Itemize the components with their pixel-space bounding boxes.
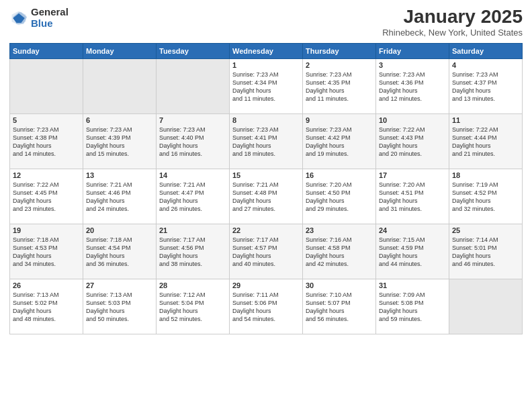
day-number: 23 [306, 226, 373, 234]
calendar-cell [157, 58, 230, 113]
calendar-cell: 5 Sunrise: 7:23 AMSunset: 4:38 PMDayligh… [10, 113, 83, 169]
calendar-cell: 6 Sunrise: 7:23 AMSunset: 4:39 PMDayligh… [83, 113, 157, 169]
cell-content: Sunrise: 7:22 AMSunset: 4:45 PMDaylight … [13, 181, 80, 214]
calendar-cell: 31 Sunrise: 7:09 AMSunset: 5:08 PMDaylig… [376, 279, 449, 334]
calendar-cell: 20 Sunrise: 7:18 AMSunset: 4:54 PMDaylig… [83, 224, 157, 279]
day-number: 24 [379, 226, 446, 234]
calendar-cell: 15 Sunrise: 7:21 AMSunset: 4:48 PMDaylig… [230, 169, 303, 224]
logo: General Blue [9, 7, 69, 29]
day-number: 18 [452, 171, 519, 179]
calendar-body: 1 Sunrise: 7:23 AMSunset: 4:34 PMDayligh… [10, 58, 523, 334]
calendar-table: Sunday Monday Tuesday Wednesday Thursday… [9, 43, 523, 334]
calendar-week-1: 5 Sunrise: 7:23 AMSunset: 4:38 PMDayligh… [10, 113, 523, 169]
calendar-cell: 19 Sunrise: 7:18 AMSunset: 4:53 PMDaylig… [10, 224, 83, 279]
cell-content: Sunrise: 7:23 AMSunset: 4:41 PMDaylight … [232, 126, 300, 158]
calendar-cell: 12 Sunrise: 7:22 AMSunset: 4:45 PMDaylig… [10, 169, 83, 224]
col-friday: Friday [376, 43, 449, 58]
day-number: 11 [452, 116, 519, 124]
col-monday: Monday [83, 43, 157, 58]
cell-content: Sunrise: 7:22 AMSunset: 4:43 PMDaylight … [379, 126, 446, 158]
calendar-cell: 29 Sunrise: 7:11 AMSunset: 5:06 PMDaylig… [230, 279, 303, 334]
calendar-cell: 2 Sunrise: 7:23 AMSunset: 4:35 PMDayligh… [303, 58, 376, 113]
logo-text: General Blue [31, 7, 69, 29]
day-number: 7 [159, 116, 226, 124]
day-number: 16 [306, 171, 373, 179]
day-number: 17 [379, 171, 446, 179]
col-wednesday: Wednesday [230, 43, 303, 58]
cell-content: Sunrise: 7:21 AMSunset: 4:48 PMDaylight … [232, 181, 300, 214]
cell-content: Sunrise: 7:22 AMSunset: 4:44 PMDaylight … [452, 126, 519, 158]
cell-content: Sunrise: 7:23 AMSunset: 4:34 PMDaylight … [232, 71, 300, 103]
day-number: 21 [159, 226, 226, 234]
cell-content: Sunrise: 7:20 AMSunset: 4:50 PMDaylight … [306, 181, 373, 214]
calendar-week-2: 12 Sunrise: 7:22 AMSunset: 4:45 PMDaylig… [10, 169, 523, 224]
col-thursday: Thursday [303, 43, 376, 58]
cell-content: Sunrise: 7:18 AMSunset: 4:54 PMDaylight … [86, 236, 153, 269]
calendar-week-0: 1 Sunrise: 7:23 AMSunset: 4:34 PMDayligh… [10, 58, 523, 113]
calendar-cell [449, 279, 523, 334]
calendar-cell [83, 58, 157, 113]
col-saturday: Saturday [449, 43, 523, 58]
calendar-cell: 8 Sunrise: 7:23 AMSunset: 4:41 PMDayligh… [230, 113, 303, 169]
cell-content: Sunrise: 7:14 AMSunset: 5:01 PMDaylight … [452, 236, 519, 269]
calendar-cell: 3 Sunrise: 7:23 AMSunset: 4:36 PMDayligh… [376, 58, 449, 113]
cell-content: Sunrise: 7:13 AMSunset: 5:02 PMDaylight … [13, 291, 80, 324]
calendar-cell: 27 Sunrise: 7:13 AMSunset: 5:03 PMDaylig… [83, 279, 157, 334]
cell-content: Sunrise: 7:19 AMSunset: 4:52 PMDaylight … [452, 181, 519, 214]
cell-content: Sunrise: 7:18 AMSunset: 4:53 PMDaylight … [13, 236, 80, 269]
day-number: 2 [306, 61, 373, 69]
day-number: 3 [379, 61, 446, 69]
calendar-cell: 25 Sunrise: 7:14 AMSunset: 5:01 PMDaylig… [449, 224, 523, 279]
day-number: 10 [379, 116, 446, 124]
day-number: 31 [379, 281, 446, 289]
calendar-cell: 21 Sunrise: 7:17 AMSunset: 4:56 PMDaylig… [157, 224, 230, 279]
cell-content: Sunrise: 7:13 AMSunset: 5:03 PMDaylight … [86, 291, 153, 324]
day-number: 6 [86, 116, 153, 124]
day-number: 20 [86, 226, 153, 234]
day-number: 12 [13, 171, 80, 179]
cell-content: Sunrise: 7:23 AMSunset: 4:38 PMDaylight … [13, 126, 80, 158]
cell-content: Sunrise: 7:23 AMSunset: 4:36 PMDaylight … [379, 71, 446, 103]
day-number: 29 [232, 281, 300, 289]
calendar-cell: 11 Sunrise: 7:22 AMSunset: 4:44 PMDaylig… [449, 113, 523, 169]
cell-content: Sunrise: 7:16 AMSunset: 4:58 PMDaylight … [306, 236, 373, 269]
calendar-cell: 4 Sunrise: 7:23 AMSunset: 4:37 PMDayligh… [449, 58, 523, 113]
logo-icon [9, 9, 28, 28]
calendar-cell: 24 Sunrise: 7:15 AMSunset: 4:59 PMDaylig… [376, 224, 449, 279]
subtitle: Rhinebeck, New York, United States [382, 28, 523, 38]
cell-content: Sunrise: 7:09 AMSunset: 5:08 PMDaylight … [379, 291, 446, 324]
calendar-week-3: 19 Sunrise: 7:18 AMSunset: 4:53 PMDaylig… [10, 224, 523, 279]
cell-content: Sunrise: 7:23 AMSunset: 4:40 PMDaylight … [159, 126, 226, 158]
calendar-cell: 16 Sunrise: 7:20 AMSunset: 4:50 PMDaylig… [303, 169, 376, 224]
day-number: 4 [452, 61, 519, 69]
col-tuesday: Tuesday [157, 43, 230, 58]
day-number: 13 [86, 171, 153, 179]
calendar-week-4: 26 Sunrise: 7:13 AMSunset: 5:02 PMDaylig… [10, 279, 523, 334]
cell-content: Sunrise: 7:21 AMSunset: 4:46 PMDaylight … [86, 181, 153, 214]
calendar-cell: 10 Sunrise: 7:22 AMSunset: 4:43 PMDaylig… [376, 113, 449, 169]
day-number: 25 [452, 226, 519, 234]
day-number: 8 [232, 116, 300, 124]
day-number: 30 [306, 281, 373, 289]
calendar-cell [10, 58, 83, 113]
cell-content: Sunrise: 7:17 AMSunset: 4:56 PMDaylight … [159, 236, 226, 269]
cell-content: Sunrise: 7:11 AMSunset: 5:06 PMDaylight … [232, 291, 300, 324]
calendar-cell: 18 Sunrise: 7:19 AMSunset: 4:52 PMDaylig… [449, 169, 523, 224]
calendar-page: General Blue January 2025 Rhinebeck, New… [0, 0, 532, 411]
logo-blue: Blue [31, 18, 69, 30]
cell-content: Sunrise: 7:12 AMSunset: 5:04 PMDaylight … [159, 291, 226, 324]
day-number: 1 [232, 61, 300, 69]
cell-content: Sunrise: 7:23 AMSunset: 4:35 PMDaylight … [306, 71, 373, 103]
day-number: 5 [13, 116, 80, 124]
day-number: 14 [159, 171, 226, 179]
header: General Blue January 2025 Rhinebeck, New… [9, 7, 523, 38]
calendar-cell: 9 Sunrise: 7:23 AMSunset: 4:42 PMDayligh… [303, 113, 376, 169]
cell-content: Sunrise: 7:10 AMSunset: 5:07 PMDaylight … [306, 291, 373, 324]
main-title: January 2025 [382, 7, 523, 28]
cell-content: Sunrise: 7:23 AMSunset: 4:37 PMDaylight … [452, 71, 519, 103]
cell-content: Sunrise: 7:15 AMSunset: 4:59 PMDaylight … [379, 236, 446, 269]
title-block: January 2025 Rhinebeck, New York, United… [382, 7, 523, 38]
cell-content: Sunrise: 7:23 AMSunset: 4:42 PMDaylight … [306, 126, 373, 158]
calendar-cell: 23 Sunrise: 7:16 AMSunset: 4:58 PMDaylig… [303, 224, 376, 279]
cell-content: Sunrise: 7:20 AMSunset: 4:51 PMDaylight … [379, 181, 446, 214]
